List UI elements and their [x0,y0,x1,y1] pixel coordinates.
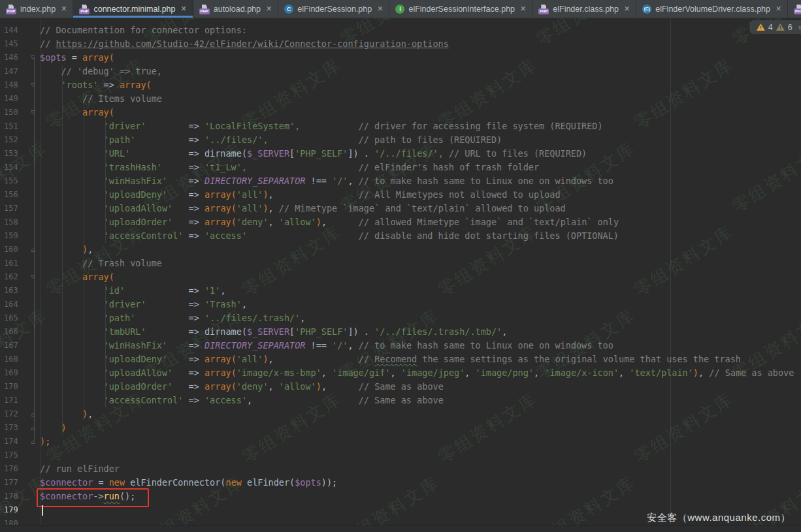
code-line[interactable]: 164 'driver' => 'Trash', [0,298,801,311]
fold-gutter [26,339,40,352]
code-line[interactable]: 159 'accessControl' => 'access' // disab… [0,229,801,243]
code-line[interactable]: 152 'path' => '../files/', // path to fi… [0,133,801,147]
line-number: 148 [0,78,26,92]
code-line[interactable]: 148⌂ 'roots' => array( [0,78,801,92]
tab-elFinderVolumeDriver.class.php[interactable]: (C)elFinderVolumeDriver.class.php✕ [636,0,788,18]
fold-gutter[interactable]: ⌂ [26,435,40,448]
code-line[interactable]: 165 'path' => '../files/.trash/', [0,311,801,325]
fold-gutter [26,476,40,490]
code-line[interactable]: 156 'uploadDeny' => array('all'), // All… [0,188,801,202]
fold-gutter [26,23,40,37]
fold-start-icon[interactable]: ⌂ [31,78,35,92]
weak-warning-count: 6 [788,23,793,32]
code-line[interactable]: 160⌂ ), [0,243,801,257]
line-number: 155 [0,174,26,188]
code-line[interactable]: 173⌂ ) [0,421,801,435]
code-text: // 'debug' => true, [40,65,801,78]
code-line[interactable]: 171 'accessControl' => 'access', // Same… [0,394,801,407]
line-number: 158 [0,215,26,229]
fold-start-icon[interactable]: ⌂ [31,51,35,65]
line-number: 166 [0,325,26,339]
tab-close-icon[interactable]: ✕ [624,5,630,13]
tab-autoload.php[interactable]: PHPautoload.php✕ [193,0,279,18]
fold-gutter[interactable]: ⌂ [26,243,40,257]
code-text: 'uploadOrder' => array('deny', 'allow'),… [40,380,801,394]
code-line[interactable]: 155 'winHashFix' => DIRECTORY_SEPARATOR … [0,174,801,188]
code-line[interactable]: 151 'driver' => 'LocalFileSystem', // dr… [0,119,801,133]
code-editor[interactable]: 144// Documentation for connector option… [0,18,801,525]
code-text: 'winHashFix' => DIRECTORY_SEPARATOR !== … [40,339,801,352]
fold-gutter[interactable]: ⌂ [26,270,40,284]
tab-label: autoload.php [214,5,261,14]
code-line[interactable]: 150⌂ array( [0,106,801,119]
fold-gutter[interactable]: ⌂ [26,407,40,421]
code-line[interactable]: 146⌂$opts = array( [0,51,801,65]
code-line[interactable]: 174⌂); [0,435,801,448]
fold-end-icon[interactable]: ⌂ [31,243,35,257]
line-number: 145 [0,37,26,51]
code-line[interactable]: 168 'uploadDeny' => array('all'), // Rec… [0,352,801,366]
line-number: 146 [0,51,26,65]
code-text: $connector->run(); [40,490,801,503]
tab-connector.minimal.php[interactable]: PHPconnector.minimal.php✕ [73,0,193,18]
tab-elFinderSessionInterface.php[interactable]: IelFinderSessionInterface.php✕ [389,0,532,18]
code-text: 'driver' => 'Trash', [40,298,801,311]
tab-elFinderSession.php[interactable]: CelFinderSession.php✕ [278,0,389,18]
code-line[interactable]: 177$connector = new elFinderConnector(ne… [0,476,801,490]
code-text: 'URL' => dirname($_SERVER['PHP_SELF']) .… [40,147,801,161]
code-line[interactable]: 175 [0,448,801,462]
code-line[interactable]: 162⌂ array( [0,270,801,284]
line-number: 147 [0,65,26,78]
fold-gutter[interactable]: ⌂ [26,78,40,92]
code-line[interactable]: 161 // Trash volume [0,257,801,270]
fold-end-icon[interactable]: ⌂ [31,435,35,448]
code-line[interactable]: 147 // 'debug' => true, [0,65,801,78]
code-line[interactable]: 154 'trashHash' => 't1_Lw', // elFinder'… [0,161,801,174]
code-line[interactable]: 172⌂ ), [0,407,801,421]
code-line[interactable]: 169 'uploadAllow' => array('image/x-ms-b… [0,366,801,380]
fold-start-icon[interactable]: ⌂ [31,270,35,284]
code-line[interactable]: 167 'winHashFix' => DIRECTORY_SEPARATOR … [0,339,801,352]
fold-gutter[interactable]: ⌂ [26,51,40,65]
line-number: 164 [0,298,26,311]
code-line[interactable]: 149 // Items volume [0,92,801,106]
code-text: // Trash volume [40,257,801,270]
weak-warning-icon: ! [776,23,785,31]
tab-close-icon[interactable]: ✕ [61,5,67,13]
line-number: 169 [0,366,26,380]
code-line[interactable]: 166 'tmbURL' => dirname($_SERVER['PHP_SE… [0,325,801,339]
code-line[interactable]: 157 'uploadAllow' => array('all'), // Mi… [0,202,801,215]
inspections-widget[interactable]: ! 4 ! 6 » [750,20,801,34]
code-line[interactable]: 158 'uploadOrder' => array('deny', 'allo… [0,215,801,229]
code-text: 'uploadAllow' => array('all'), // Mimety… [40,202,801,215]
code-text: 'uploadDeny' => array('all'), // All Mim… [40,188,801,202]
fold-gutter [26,311,40,325]
bottom-strip [0,525,801,532]
fold-end-icon[interactable]: ⌂ [31,421,35,435]
tab-close-icon[interactable]: ✕ [181,5,187,13]
tab-close-icon[interactable]: ✕ [776,5,781,13]
abstract-file-icon: (C) [642,5,651,14]
tab-elF[interactable]: PHPelF [788,0,801,18]
tab-index.php[interactable]: PHPindex.php✕ [0,0,73,18]
fold-gutter [26,119,40,133]
line-number: 179 [0,503,26,517]
code-line[interactable]: 163 'id' => '1', [0,284,801,298]
code-line[interactable]: 144// Documentation for connector option… [0,23,801,37]
fold-end-icon[interactable]: ⌂ [31,407,35,421]
fold-gutter [26,92,40,106]
fold-gutter[interactable]: ⌂ [26,106,40,119]
code-line[interactable]: 176// run elFinder [0,462,801,476]
code-text: // https://github.com/Studio-42/elFinder… [40,37,801,51]
tab-close-icon[interactable]: ✕ [377,5,383,13]
code-line[interactable]: 170 'uploadOrder' => array('deny', 'allo… [0,380,801,394]
code-line[interactable]: 153 'URL' => dirname($_SERVER['PHP_SELF'… [0,147,801,161]
code-line[interactable]: 145// https://github.com/Studio-42/elFin… [0,37,801,51]
fold-start-icon[interactable]: ⌂ [31,106,35,119]
fold-gutter[interactable]: ⌂ [26,421,40,435]
code-lines[interactable]: 144// Documentation for connector option… [0,23,801,525]
fold-gutter [26,147,40,161]
tab-elFinder.class.php[interactable]: PHPelFinder.class.php✕ [532,0,636,18]
tab-close-icon[interactable]: ✕ [520,5,526,13]
tab-close-icon[interactable]: ✕ [266,5,272,13]
